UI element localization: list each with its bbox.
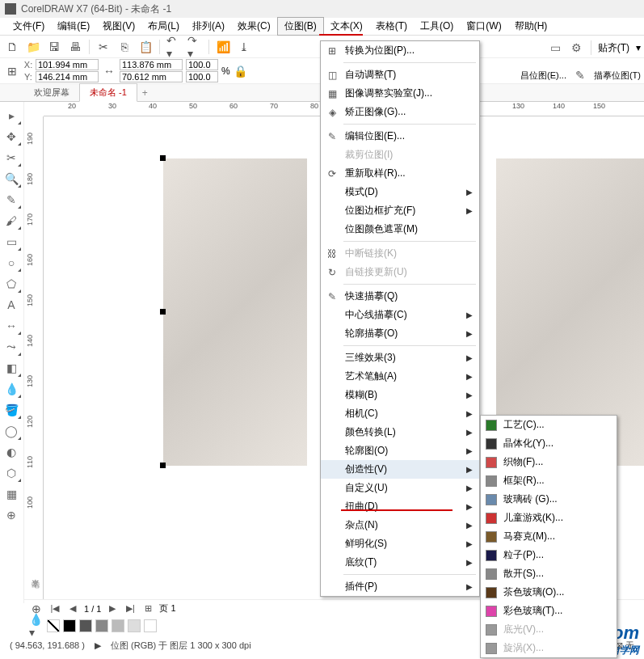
submenu-item[interactable]: 散开(S)... — [481, 564, 617, 583]
menu-item[interactable]: 位图边框扩充(F)▶ — [321, 201, 479, 220]
play-icon[interactable]: ▶ — [95, 640, 101, 651]
width-input[interactable] — [120, 59, 183, 70]
copy-icon[interactable]: ⎘ — [117, 40, 132, 54]
selected-bitmap[interactable] — [163, 158, 307, 466]
dimension-tool-icon[interactable]: ↔ — [0, 315, 23, 336]
menu-edit[interactable]: 编辑(E) — [51, 18, 96, 35]
no-fill-swatch[interactable] — [47, 619, 60, 632]
menu-table[interactable]: 表格(T) — [369, 18, 414, 35]
menu-item[interactable]: 杂点(N)▶ — [321, 516, 479, 534]
menu-item[interactable]: 自定义(U)▶ — [321, 479, 479, 497]
menu-item[interactable]: 插件(P)▶ — [321, 577, 479, 596]
add-page-icon[interactable]: ⊞ — [141, 603, 154, 614]
publish-icon[interactable]: ▭ — [549, 40, 563, 55]
trace-icon[interactable]: ✎ — [573, 68, 587, 82]
selection-handle[interactable] — [160, 463, 166, 468]
page-tab[interactable]: 页 1 — [159, 602, 175, 615]
submenu-item[interactable]: 彩色玻璃(T)... — [481, 602, 617, 620]
submenu-item[interactable]: 粒子(P)... — [481, 546, 617, 564]
color-swatch[interactable] — [144, 619, 157, 632]
menu-item[interactable]: ✎编辑位图(E)... — [321, 127, 479, 146]
connector-tool-icon[interactable]: ⤳ — [0, 336, 23, 357]
menu-item[interactable]: 相机(C)▶ — [321, 404, 479, 423]
shape-tool-icon[interactable]: ✥ — [0, 126, 23, 147]
color-swatch[interactable] — [112, 619, 124, 632]
first-page-icon[interactable]: |◀ — [48, 603, 61, 614]
menu-item[interactable]: ◫自动调整(T) — [321, 65, 479, 84]
submenu-item[interactable]: 框架(R)... — [481, 471, 617, 490]
snap-button[interactable]: 贴齐(T) — [598, 41, 629, 55]
menu-item[interactable]: 轮廓图(O)▶ — [321, 441, 479, 460]
menu-item[interactable]: 中心线描摹(C)▶ — [321, 306, 479, 324]
tab-document[interactable]: 未命名 -1 — [79, 83, 137, 102]
options-icon[interactable]: ⚙ — [570, 40, 584, 55]
menu-item[interactable]: 颜色转换(L)▶ — [321, 423, 479, 441]
fill-tool-icon[interactable]: 🪣 — [0, 399, 23, 420]
submenu-item[interactable]: 茶色玻璃(O)... — [481, 583, 617, 602]
menu-item[interactable]: ⟳重新取样(R)... — [321, 164, 479, 183]
polygon-tool-icon[interactable]: ⬠ — [0, 273, 23, 294]
menu-effects[interactable]: 效果(C) — [231, 18, 277, 35]
submenu-item[interactable]: 织物(F)... — [481, 453, 617, 471]
last-page-icon[interactable]: ▶| — [124, 603, 137, 614]
submenu-item[interactable]: 儿童游戏(K)... — [481, 509, 617, 527]
selection-handle[interactable] — [160, 155, 166, 161]
blend-tool-icon[interactable]: ⬡ — [0, 463, 23, 484]
menu-item[interactable]: 扭曲(D)▶ — [321, 497, 479, 516]
color-swatch[interactable] — [63, 619, 76, 632]
menu-help[interactable]: 帮助(H) — [508, 18, 554, 35]
menu-item[interactable]: 鲜明化(S)▶ — [321, 534, 479, 553]
menu-item[interactable]: 底纹(T)▶ — [321, 553, 479, 572]
scale-y-input[interactable] — [186, 71, 218, 82]
import-icon[interactable]: ⤓ — [237, 40, 251, 54]
artistic-tool-icon[interactable]: 🖌 — [0, 210, 23, 231]
menu-item[interactable]: ⊞转换为位图(P)... — [321, 41, 479, 60]
eyedropper-icon[interactable]: 💧▾ — [29, 619, 44, 633]
save-icon[interactable]: 🖫 — [47, 40, 61, 54]
y-input[interactable] — [36, 71, 99, 82]
submenu-item[interactable]: 工艺(C)... — [481, 416, 617, 434]
submenu-item[interactable]: 马赛克(M)... — [481, 527, 617, 546]
search-icon[interactable]: 📶 — [216, 40, 230, 54]
menu-item[interactable]: 创造性(V)▶ — [321, 460, 479, 479]
eyedropper-tool-icon[interactable]: 💧 — [0, 378, 23, 399]
menu-item[interactable]: ◈矫正图像(G)... — [321, 103, 479, 121]
undo-icon[interactable]: ↶ ▾ — [166, 40, 181, 54]
crop-tool-icon[interactable]: ✂ — [0, 147, 23, 168]
height-input[interactable] — [120, 71, 183, 82]
transparency-tool-icon[interactable]: ◐ — [0, 441, 23, 463]
next-page-icon[interactable]: ▶ — [106, 603, 119, 614]
dropdown-arrow-icon[interactable]: ▾ — [636, 42, 641, 53]
menu-item[interactable]: 模糊(B)▶ — [321, 386, 479, 404]
outline-tool-icon[interactable]: ◯ — [0, 420, 23, 441]
menu-bitmap[interactable]: 位图(B) — [277, 17, 324, 36]
rectangle-tool-icon[interactable]: ▭ — [0, 231, 23, 252]
trace-bitmap-button[interactable]: 描摹位图(T) — [594, 70, 641, 82]
pick-tool-icon[interactable]: ▸ — [0, 105, 23, 126]
selection-handle[interactable] — [160, 309, 166, 315]
menu-window[interactable]: 窗口(W) — [460, 18, 507, 35]
zoom-tool-icon[interactable]: 🔍 — [0, 168, 23, 189]
open-icon[interactable]: 📁 — [26, 40, 40, 54]
menu-item[interactable]: 艺术笔触(A)▶ — [321, 367, 479, 386]
menu-layout[interactable]: 布局(L) — [141, 18, 186, 35]
submenu-item[interactable]: 晶体化(Y)... — [481, 434, 617, 453]
menu-view[interactable]: 视图(V) — [96, 18, 141, 35]
prev-page-icon[interactable]: ◀ — [66, 603, 79, 614]
color-swatch[interactable] — [95, 619, 108, 632]
print-icon[interactable]: 🖶 — [68, 40, 82, 54]
menu-item[interactable]: 三维效果(3)▶ — [321, 349, 479, 367]
color-swatch[interactable] — [128, 619, 141, 632]
menu-file[interactable]: 文件(F) — [6, 18, 51, 35]
menu-tools[interactable]: 工具(O) — [414, 18, 460, 35]
effects-tool-icon[interactable]: ◧ — [0, 357, 23, 378]
menu-item[interactable]: ✎快速描摹(Q) — [321, 287, 479, 306]
tab-add-button[interactable]: + — [137, 85, 153, 101]
menu-arrange[interactable]: 排列(A) — [186, 18, 231, 35]
scale-x-input[interactable] — [186, 59, 218, 70]
color-swatch[interactable] — [79, 619, 92, 632]
freehand-tool-icon[interactable]: ✎ — [0, 189, 23, 210]
edit-bitmap-button[interactable]: 昌位图(E)... — [520, 70, 566, 82]
menu-item[interactable]: ▦图像调整实验室(J)... — [321, 84, 479, 103]
menu-text[interactable]: 文本(X) — [324, 18, 369, 35]
